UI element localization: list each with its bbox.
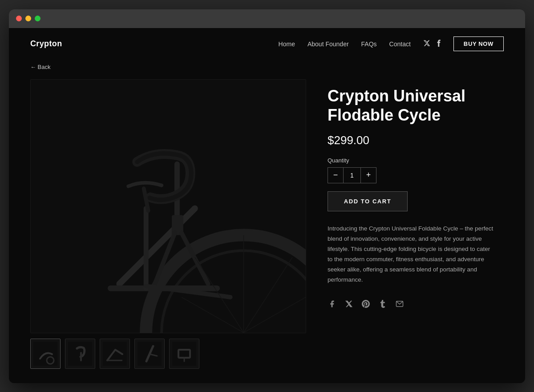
svg-rect-21 (103, 342, 127, 366)
share-tumblr-icon[interactable] (378, 299, 387, 308)
quantity-control: − 1 + (328, 167, 376, 183)
quantity-value: 1 (343, 168, 361, 183)
image-panel (30, 79, 306, 369)
thumbnail-4[interactable] (134, 339, 165, 369)
nav-link-faqs[interactable]: FAQs (361, 40, 377, 48)
share-facebook-icon[interactable] (328, 299, 336, 308)
traffic-light-close[interactable] (16, 16, 22, 21)
product-title: Crypton Universal Flodable Cycle (328, 86, 504, 125)
back-link[interactable]: ← Back (9, 60, 525, 79)
thumbnail-3[interactable] (100, 339, 130, 369)
thumbnail-row (30, 339, 306, 369)
traffic-light-minimize[interactable] (25, 16, 31, 21)
social-share (328, 299, 504, 308)
facebook-nav-icon[interactable] (437, 39, 441, 48)
share-pinterest-icon[interactable] (361, 299, 370, 308)
add-to-cart-button[interactable]: ADD TO CART (328, 191, 408, 211)
thumbnail-2[interactable] (65, 339, 95, 369)
nav-link-about[interactable]: About Founder (307, 40, 349, 48)
logo: Crypton (30, 39, 62, 48)
quantity-label: Quantity (328, 157, 504, 164)
svg-rect-26 (172, 342, 196, 366)
nav-link-home[interactable]: Home (279, 40, 295, 48)
product-area: Crypton Universal Flodable Cycle $299.00… (9, 79, 525, 383)
page-content: Crypton Home About Founder FAQs Contact … (9, 28, 525, 383)
svg-line-15 (182, 297, 244, 332)
thumbnail-5[interactable] (169, 339, 199, 369)
quantity-decrease-button[interactable]: − (328, 168, 343, 183)
header: Crypton Home About Founder FAQs Contact … (9, 28, 525, 60)
product-price: $299.00 (328, 133, 504, 147)
thumbnail-1[interactable] (30, 339, 61, 369)
browser-chrome (9, 9, 525, 28)
nav-link-contact[interactable]: Contact (389, 40, 411, 48)
quantity-increase-button[interactable]: + (361, 168, 376, 183)
share-twitter-icon[interactable] (344, 299, 353, 308)
nav-social-icons (423, 39, 441, 48)
browser-window: Crypton Home About Founder FAQs Contact … (9, 9, 525, 383)
main-product-image (30, 79, 306, 333)
nav-right: Home About Founder FAQs Contact BUY NOW (279, 36, 504, 51)
traffic-light-fullscreen[interactable] (35, 16, 40, 21)
buy-now-button[interactable]: BUY NOW (453, 36, 504, 51)
share-email-icon[interactable] (395, 299, 404, 308)
twitter-icon[interactable] (423, 40, 430, 48)
product-info: Crypton Universal Flodable Cycle $299.00… (328, 79, 504, 369)
product-description: Introducing the Crypton Universal Foldab… (328, 224, 497, 285)
svg-line-16 (243, 297, 306, 332)
